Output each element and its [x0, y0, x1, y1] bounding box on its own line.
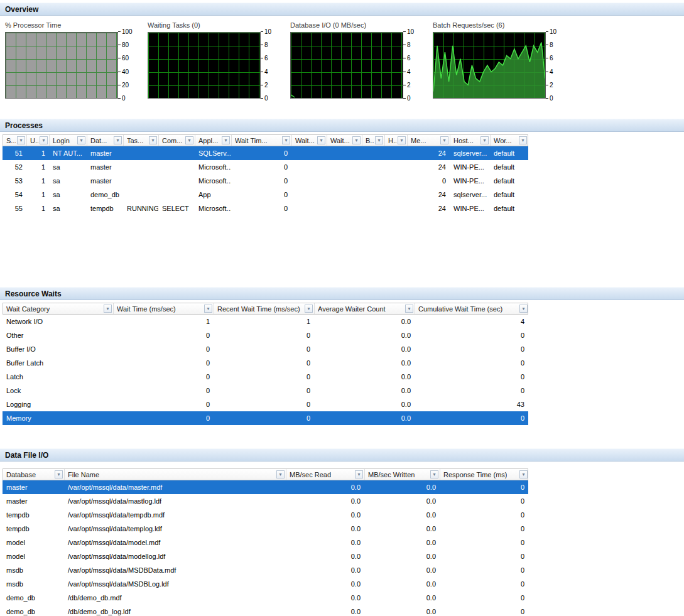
table-row[interactable]: 531samasterMicrosoft...00WIN-PE...defaul… [3, 174, 528, 188]
filter-dropdown-icon[interactable]: ▾ [55, 470, 63, 478]
filter-dropdown-icon[interactable]: ▾ [276, 470, 285, 478]
table-row[interactable]: Buffer Latch000.00 [3, 356, 528, 370]
filter-dropdown-icon[interactable]: ▾ [519, 136, 527, 144]
filter-dropdown-icon[interactable]: ▾ [17, 136, 25, 144]
table-row[interactable]: msdb/var/opt/mssql/data/MSDBLog.ldf0.00.… [3, 577, 528, 591]
filter-dropdown-icon[interactable]: ▾ [185, 136, 193, 144]
cell: NT AUT... [49, 149, 87, 157]
cell: 0.0 [314, 387, 415, 394]
column-header[interactable]: Wait Tim...▾ [232, 135, 292, 146]
cell: 0.0 [364, 484, 440, 491]
table-row[interactable]: model/var/opt/mssql/data/modellog.ldf0.0… [3, 549, 528, 563]
cell: 0 [407, 177, 450, 185]
column-header[interactable]: B...▾ [362, 135, 385, 146]
data-file-io-section-header[interactable]: Data File I/O [0, 448, 684, 462]
column-header[interactable]: Wait Time (ms/sec)▾ [114, 303, 214, 314]
filter-dropdown-icon[interactable]: ▾ [104, 305, 112, 313]
cell: tempdb [87, 205, 123, 212]
filter-dropdown-icon[interactable]: ▾ [480, 136, 489, 144]
cell: demo_db [3, 594, 64, 602]
table-row[interactable]: demo_db/db/demo_db.mdf0.00.00 [3, 591, 528, 605]
cell: /var/opt/mssql/data/mastlog.ldf [64, 497, 286, 505]
column-header[interactable]: Appl...▾ [195, 135, 232, 146]
table-row[interactable]: Memory000.00 [3, 411, 528, 425]
column-header[interactable]: Wor...▾ [491, 135, 528, 146]
chart-plot [290, 32, 403, 99]
table-row[interactable]: 511NT AUT...masterSQLServ...024sqlserver… [3, 146, 528, 160]
filter-dropdown-icon[interactable]: ▾ [355, 470, 363, 478]
overview-section-header[interactable]: Overview [0, 3, 684, 16]
column-header[interactable]: Me...▾ [408, 135, 450, 146]
cell: 24 [407, 205, 450, 212]
cell: 0 [440, 594, 528, 602]
column-header[interactable]: Response Time (ms)▾ [440, 469, 529, 480]
table-row[interactable]: Buffer I/O000.00 [3, 342, 528, 356]
column-header[interactable]: Wait...▾ [327, 135, 362, 146]
table-row[interactable]: msdb/var/opt/mssql/data/MSDBData.mdf0.00… [3, 563, 528, 577]
resource-waits-section-header[interactable]: Resource Waits [0, 287, 684, 300]
table-row[interactable]: Lock000.00 [3, 384, 528, 397]
table-row[interactable]: Network I/O110.04 [3, 315, 528, 328]
column-header[interactable]: MB/sec Written▾ [365, 469, 440, 480]
column-header[interactable]: Average Waiter Count▾ [315, 303, 415, 314]
filter-dropdown-icon[interactable]: ▾ [77, 136, 85, 144]
column-header[interactable]: MB/sec Read▾ [286, 469, 365, 480]
processes-section-header[interactable]: Processes [0, 119, 684, 132]
y-axis-tick-label: 4 [546, 68, 553, 75]
table-row[interactable]: 551satempdbRUNNINGSELECTMicrosoft...024W… [3, 202, 528, 215]
column-header[interactable]: Recent Wait Time (ms/sec)▾ [214, 303, 315, 314]
table-row[interactable]: model/var/opt/mssql/data/model.mdf0.00.0… [3, 536, 528, 549]
column-header[interactable]: S...▾ [3, 135, 27, 146]
column-header[interactable]: U...▾ [27, 135, 50, 146]
filter-dropdown-icon[interactable]: ▾ [440, 136, 448, 144]
tick-mark [118, 85, 121, 85]
column-header[interactable]: File Name▾ [65, 469, 286, 480]
y-axis-tick-label: 0 [261, 95, 268, 102]
table-row[interactable]: 521samasterMicrosoft...024WIN-PE...defau… [3, 160, 528, 174]
y-axis-tick-label: 4 [403, 68, 411, 75]
column-header[interactable]: Tas...▾ [124, 135, 159, 146]
filter-dropdown-icon[interactable]: ▾ [398, 136, 406, 144]
cell: 0 [214, 373, 314, 381]
table-row[interactable]: 541sademo_dbApp024sqlserver...default [3, 188, 528, 202]
column-header[interactable]: H...▾ [385, 135, 408, 146]
filter-dropdown-icon[interactable]: ▾ [149, 136, 157, 144]
cell: 0.0 [364, 497, 440, 505]
y-axis-tick-label: 6 [403, 55, 411, 62]
column-header[interactable]: Database▾ [3, 469, 65, 480]
filter-dropdown-icon[interactable]: ▾ [519, 470, 528, 478]
table-row[interactable]: Latch000.00 [3, 370, 528, 384]
tick-mark [118, 98, 121, 99]
tick-mark [546, 85, 548, 85]
filter-dropdown-icon[interactable]: ▾ [405, 305, 413, 313]
filter-dropdown-icon[interactable]: ▾ [204, 305, 212, 313]
filter-dropdown-icon[interactable]: ▾ [305, 305, 313, 313]
table-row[interactable]: master/var/opt/mssql/data/master.mdf0.00… [3, 480, 528, 494]
table-row[interactable]: Logging000.043 [3, 397, 528, 411]
column-header[interactable]: Wait Category▾ [3, 303, 114, 314]
column-header[interactable]: Com...▾ [159, 135, 195, 146]
filter-dropdown-icon[interactable]: ▾ [317, 136, 325, 144]
table-header-row: S...▾U...▾Login▾Dat...▾Tas...▾Com...▾App… [3, 134, 528, 146]
table-row[interactable]: master/var/opt/mssql/data/mastlog.ldf0.0… [3, 494, 528, 508]
filter-dropdown-icon[interactable]: ▾ [40, 136, 48, 144]
filter-dropdown-icon[interactable]: ▾ [114, 136, 122, 144]
column-header-label: Wait Tim... [235, 137, 268, 144]
column-header[interactable]: Host...▾ [450, 135, 491, 146]
column-header[interactable]: Dat...▾ [87, 135, 124, 146]
filter-dropdown-icon[interactable]: ▾ [222, 136, 230, 144]
table-row[interactable]: tempdb/var/opt/mssql/data/templog.ldf0.0… [3, 522, 528, 536]
table-row[interactable]: demo_db/db/demo_db_log.ldf0.00.00 [3, 605, 528, 616]
filter-dropdown-icon[interactable]: ▾ [375, 136, 383, 144]
column-header[interactable]: Cumulative Wait Time (sec)▾ [415, 303, 529, 314]
column-header[interactable]: Login▾ [50, 135, 87, 146]
filter-dropdown-icon[interactable]: ▾ [352, 136, 361, 144]
column-header[interactable]: Wait...▾ [292, 135, 327, 146]
cell: 0.0 [314, 373, 415, 381]
table-row[interactable]: Other000.00 [3, 328, 528, 342]
filter-dropdown-icon[interactable]: ▾ [519, 305, 528, 313]
filter-dropdown-icon[interactable]: ▾ [430, 470, 438, 478]
table-row[interactable]: tempdb/var/opt/mssql/data/tempdb.mdf0.00… [3, 508, 528, 522]
cell: 0 [214, 387, 314, 394]
filter-dropdown-icon[interactable]: ▾ [282, 136, 290, 144]
